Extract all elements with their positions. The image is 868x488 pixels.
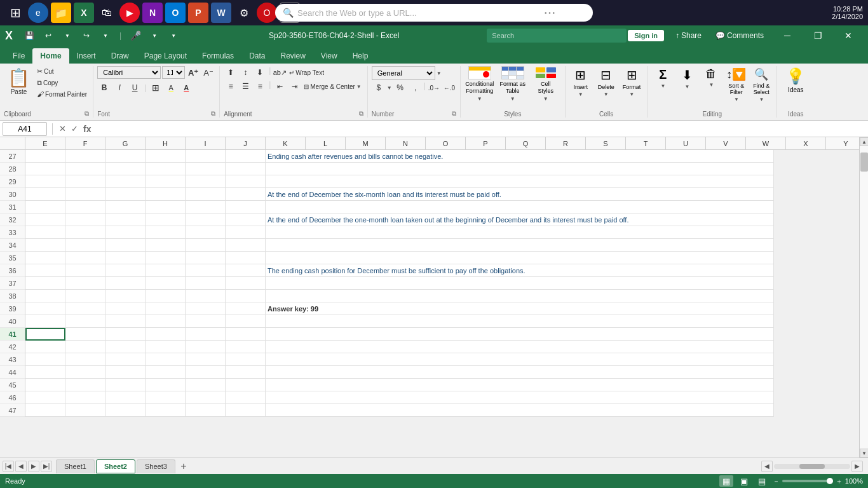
- cell-J41[interactable]: [226, 328, 266, 341]
- prev-sheet-button[interactable]: ◀: [15, 461, 27, 472]
- col-header-K[interactable]: K: [266, 137, 306, 149]
- cell-E27[interactable]: [25, 150, 65, 163]
- sign-in-button[interactable]: Sign in: [628, 30, 664, 41]
- cell-E30[interactable]: [25, 188, 65, 201]
- h-scroll-track[interactable]: [774, 464, 850, 469]
- number-format-select[interactable]: General: [372, 66, 435, 80]
- dictate-button[interactable]: 🎤: [128, 28, 143, 43]
- opera-icon[interactable]: O: [257, 3, 277, 23]
- powerpoint-icon[interactable]: P: [188, 3, 208, 23]
- cell-I45[interactable]: [186, 379, 226, 391]
- cell-K47[interactable]: [266, 404, 774, 417]
- cell-G45[interactable]: [105, 379, 146, 391]
- row-number-39[interactable]: 39: [0, 302, 25, 315]
- alignment-launcher[interactable]: ⧉: [359, 110, 363, 118]
- cell-I32[interactable]: [186, 214, 226, 226]
- sheet-tab-sheet3[interactable]: Sheet3: [137, 459, 175, 473]
- cell-K35[interactable]: [266, 252, 774, 264]
- tab-help[interactable]: Help: [345, 48, 376, 64]
- page-layout-view-button[interactable]: ▣: [737, 475, 751, 487]
- cell-I28[interactable]: [186, 163, 226, 175]
- cell-K33[interactable]: [266, 226, 774, 239]
- cell-G30[interactable]: [105, 188, 146, 201]
- taskbar-search-bar[interactable]: 🔍 Search the Web or type a URL... • • •: [275, 4, 593, 22]
- undo-dropdown[interactable]: ▼: [60, 28, 75, 43]
- qat-more[interactable]: ▼: [166, 28, 181, 43]
- border-button[interactable]: ⊞: [149, 81, 163, 94]
- cell-I31[interactable]: [186, 201, 226, 214]
- number-format-arrow[interactable]: ▼: [437, 71, 442, 76]
- insert-function-icon[interactable]: fx: [82, 124, 92, 134]
- cell-H46[interactable]: [146, 391, 186, 404]
- delete-arrow[interactable]: ▼: [604, 92, 609, 97]
- dictate-dropdown[interactable]: ▼: [147, 28, 162, 43]
- fill-button[interactable]: ⬇ ▼: [675, 66, 698, 91]
- increase-font-size-button[interactable]: A⁺: [186, 66, 200, 79]
- cell-F38[interactable]: [65, 290, 105, 302]
- row-number-28[interactable]: 28: [0, 163, 25, 175]
- font-launcher[interactable]: ⧉: [211, 110, 215, 118]
- cell-G27[interactable]: [105, 150, 146, 163]
- outlook-icon[interactable]: O: [165, 3, 186, 23]
- cell-G41[interactable]: [105, 328, 146, 341]
- row-number-40[interactable]: 40: [0, 315, 25, 328]
- cell-I29[interactable]: [186, 175, 226, 188]
- comments-button[interactable]: 💬 Comments: [710, 29, 769, 42]
- align-bottom-button[interactable]: ⬇: [253, 66, 267, 79]
- paste-button[interactable]: 📋 Paste: [4, 66, 34, 97]
- tab-draw[interactable]: Draw: [104, 48, 137, 64]
- scroll-down-button[interactable]: ▼: [860, 449, 868, 458]
- cell-E39[interactable]: [25, 302, 65, 315]
- cell-I43[interactable]: [186, 353, 226, 366]
- cell-E46[interactable]: [25, 391, 65, 404]
- redo-button[interactable]: ↪: [79, 28, 94, 43]
- settings-icon[interactable]: ⚙: [234, 3, 254, 23]
- cell-G35[interactable]: [105, 252, 146, 264]
- restore-button[interactable]: ❐: [803, 25, 832, 46]
- horizontal-scrollbar[interactable]: ◀ ▶: [761, 461, 863, 472]
- cell-J42[interactable]: [226, 341, 266, 353]
- sheet-tab-sheet2[interactable]: Sheet2: [96, 459, 135, 473]
- cell-F36[interactable]: [65, 264, 105, 277]
- zoom-out-button[interactable]: －: [773, 477, 780, 486]
- cell-G46[interactable]: [105, 391, 146, 404]
- cell-J27[interactable]: [226, 150, 266, 163]
- sum-dropdown[interactable]: ▼: [660, 83, 665, 89]
- zoom-in-button[interactable]: ＋: [836, 477, 843, 486]
- cell-H45[interactable]: [146, 379, 186, 391]
- col-header-G[interactable]: G: [105, 137, 146, 149]
- customize-qat[interactable]: ▼: [98, 28, 113, 43]
- cell-J45[interactable]: [226, 379, 266, 391]
- col-header-T[interactable]: T: [626, 137, 666, 149]
- row-number-29[interactable]: 29: [0, 175, 25, 188]
- cell-I37[interactable]: [186, 277, 226, 290]
- tab-review[interactable]: Review: [273, 48, 313, 64]
- cell-E34[interactable]: [25, 239, 65, 252]
- cell-K39[interactable]: Answer key: 99: [266, 302, 774, 315]
- cell-K27[interactable]: Ending cash after revenues and bills can…: [266, 150, 774, 163]
- cell-I40[interactable]: [186, 315, 226, 328]
- file-explorer-icon[interactable]: 📁: [51, 3, 71, 23]
- percent-button[interactable]: %: [393, 81, 407, 94]
- cell-I41[interactable]: [186, 328, 226, 341]
- format-table-arrow[interactable]: ▼: [510, 96, 515, 102]
- cell-F34[interactable]: [65, 239, 105, 252]
- cell-styles-button[interactable]: CellStyles ▼: [531, 66, 561, 102]
- tab-home[interactable]: Home: [32, 48, 69, 64]
- fill-color-button[interactable]: A: [164, 81, 178, 94]
- col-header-L[interactable]: L: [306, 137, 346, 149]
- clear-button[interactable]: 🗑 ▼: [700, 66, 722, 89]
- cell-J31[interactable]: [226, 201, 266, 214]
- row-number-43[interactable]: 43: [0, 353, 25, 366]
- tab-view[interactable]: View: [313, 48, 345, 64]
- cell-H28[interactable]: [146, 163, 186, 175]
- tab-page-layout[interactable]: Page Layout: [137, 48, 194, 64]
- cell-G43[interactable]: [105, 353, 146, 366]
- store-icon[interactable]: 🛍: [97, 3, 117, 23]
- cell-H27[interactable]: [146, 150, 186, 163]
- font-color-button[interactable]: A: [179, 81, 193, 94]
- cell-G47[interactable]: [105, 404, 146, 417]
- cell-H35[interactable]: [146, 252, 186, 264]
- cell-I34[interactable]: [186, 239, 226, 252]
- cell-G29[interactable]: [105, 175, 146, 188]
